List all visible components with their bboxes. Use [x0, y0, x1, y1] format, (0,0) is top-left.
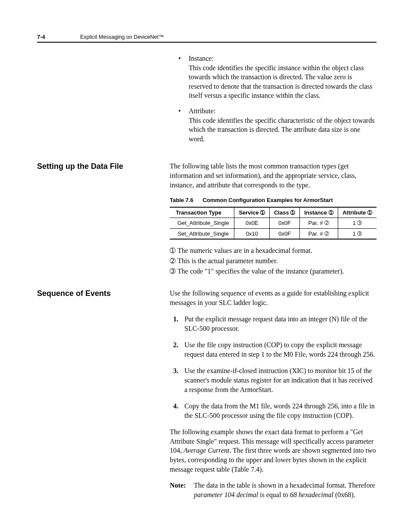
- note-label: Note:: [170, 481, 194, 500]
- term-instance: Instance:: [189, 55, 214, 62]
- list-item: Instance: This code identifies the speci…: [170, 54, 377, 100]
- footnote-text: The code "1" specifies the value of the …: [177, 268, 344, 275]
- heading-datafile: Setting up the Data File: [37, 162, 170, 171]
- cell: Par. # ➁: [300, 228, 338, 239]
- th-attribute: Attribute ➀: [338, 207, 377, 218]
- th-service: Service ➀: [234, 207, 270, 218]
- cell: 1 ➂: [338, 218, 377, 229]
- footnote-symbol: ➂: [170, 266, 177, 277]
- cell: Par. # ➁: [300, 218, 338, 229]
- footnote-text: This is the actual parameter number.: [177, 257, 278, 264]
- table-row: Get_Attribute_Single 0x0E 0x0F Par. # ➁ …: [170, 218, 377, 229]
- note-post: (0x68).: [333, 491, 355, 498]
- section-datafile: Setting up the Data File The following t…: [37, 162, 377, 277]
- step-1: Put the explicit message request data in…: [180, 314, 377, 333]
- note-em1: parameter 104 decimal: [194, 491, 258, 498]
- note-em2: 68 hexadecimal: [290, 491, 333, 498]
- closing-em: Average Current: [184, 447, 230, 454]
- term-attribute-body: This code identifies the specific charac…: [189, 117, 374, 143]
- th-instance: Instance ➀: [300, 207, 338, 218]
- note-block: Note: The data in the table is shown in …: [170, 481, 377, 500]
- table-number: Table 7.6: [170, 197, 193, 203]
- steps-list: Put the explicit message request data in…: [170, 314, 377, 421]
- footnote-symbol: ➀: [170, 246, 177, 256]
- term-attribute: Attribute:: [189, 107, 215, 115]
- sequence-body: Use the following sequence of events as …: [170, 289, 377, 500]
- th-class: Class ➀: [270, 207, 300, 218]
- closing-paragraph: The following example shows the exact da…: [170, 427, 377, 474]
- footnote: ➂The code "1" specifies the value of the…: [170, 266, 377, 277]
- datafile-intro: The following table lists the most commo…: [170, 162, 377, 190]
- note-body: The data in the table is shown in a hexa…: [194, 481, 377, 500]
- table-caption: Table 7.6 Common Configuration Examples …: [170, 196, 377, 204]
- cell: 0x0F: [270, 218, 300, 229]
- config-table: Transaction Type Service ➀ Class ➀ Insta…: [170, 207, 377, 240]
- term-instance-body: This code identifies the specific instan…: [189, 64, 373, 100]
- note-pre: The data in the table is shown in a hexa…: [194, 482, 375, 489]
- heading-sequence: Sequence of Events: [37, 289, 170, 299]
- definitions-block: Instance: This code identifies the speci…: [37, 54, 377, 149]
- document-title: Explicit Messaging on DeviceNet™: [80, 34, 164, 40]
- sequence-intro: Use the following sequence of events as …: [170, 289, 377, 307]
- table-title: Common Configuration Examples for ArmorS…: [202, 197, 333, 203]
- note-mid: is equal to: [258, 491, 290, 498]
- footnote-text: The numeric values are in a hexadecimal …: [177, 247, 312, 254]
- cell: 0x0F: [270, 228, 300, 239]
- list-item: Attribute: This code identifies the spec…: [170, 106, 377, 143]
- cell: 0x0E: [234, 218, 270, 229]
- th-transaction: Transaction Type: [170, 207, 234, 218]
- step-2: Use the file copy instruction (COP) to c…: [180, 340, 377, 359]
- cell: 1 ➂: [338, 228, 377, 239]
- cell: Get_Attribute_Single: [170, 218, 234, 229]
- section-sequence: Sequence of Events Use the following seq…: [37, 289, 377, 500]
- page-number: 7-4: [37, 34, 80, 40]
- footnote: ➀The numeric values are in a hexadecimal…: [170, 246, 377, 256]
- footnote-symbol: ➁: [170, 256, 177, 266]
- cell: 0x10: [234, 228, 270, 239]
- step-3: Use the examine-if-closed instruction (X…: [180, 366, 377, 395]
- table-row: Set_Attribute_Single 0x10 0x0F Par. # ➁ …: [170, 228, 377, 239]
- datafile-body: The following table lists the most commo…: [170, 162, 377, 277]
- table-head-row: Transaction Type Service ➀ Class ➀ Insta…: [170, 207, 377, 218]
- cell: Set_Attribute_Single: [170, 228, 234, 239]
- definitions-body: Instance: This code identifies the speci…: [170, 54, 377, 149]
- page: 7-4 Explicit Messaging on DeviceNet™ Ins…: [0, 0, 411, 532]
- page-header: 7-4 Explicit Messaging on DeviceNet™: [37, 34, 377, 43]
- table-footnotes: ➀The numeric values are in a hexadecimal…: [170, 246, 377, 277]
- step-4: Copy the data from the M1 file, words 22…: [180, 401, 377, 420]
- footnote: ➁This is the actual parameter number.: [170, 256, 377, 266]
